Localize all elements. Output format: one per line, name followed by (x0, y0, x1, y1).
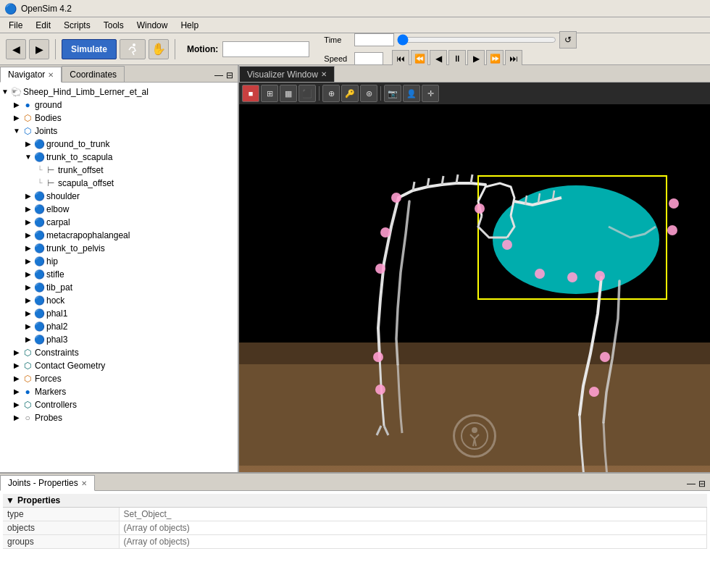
bodies-expander[interactable]: ▶ (12, 113, 22, 123)
tree-constraints[interactable]: ▶ ⬡ Constraints (0, 346, 238, 359)
section-expander[interactable]: ▼ (6, 495, 14, 505)
next-frame-button[interactable]: ⏩ (486, 50, 504, 67)
motion-input[interactable]: No Motions (222, 41, 309, 57)
restore-button[interactable]: ⊟ (226, 70, 233, 80)
tree-trunk-offset[interactable]: └ ⊢ trunk_offset (0, 164, 238, 177)
simulate-button[interactable]: Simulate (62, 39, 117, 59)
tree-probes[interactable]: ▶ ○ Probes (0, 411, 238, 424)
hand-tool-button[interactable]: ✋ (149, 39, 169, 59)
probes-expander[interactable]: ▶ (12, 413, 22, 423)
phal1-label: phal1 (46, 308, 67, 319)
viz-tab[interactable]: Visualizer Window ✕ (239, 66, 335, 82)
controllers-icon: ⬡ (22, 399, 33, 411)
constraints-expander[interactable]: ▶ (12, 348, 22, 358)
tree-shoulder[interactable]: ▶ 🔵 shoulder (0, 190, 238, 203)
tree-scapula-offset[interactable]: └ ⊢ scapula_offset (0, 177, 238, 190)
menu-window[interactable]: Window (131, 19, 174, 32)
tree-forces[interactable]: ▶ ⬡ Forces (0, 372, 238, 385)
prev-frame-button[interactable]: ◀ (430, 50, 447, 67)
runner-button[interactable] (120, 39, 146, 59)
viz-btn-table[interactable]: ▦ (280, 85, 297, 102)
gtt-expander[interactable]: ▶ (23, 139, 33, 149)
tree-hip[interactable]: ▶ 🔵 hip (0, 255, 238, 268)
viz-btn-camera[interactable]: 📷 (384, 85, 401, 102)
viz-btn-star[interactable]: ⊛ (360, 85, 377, 102)
tree-trunk-to-pelvis[interactable]: ▶ 🔵 trunk_to_pelvis (0, 242, 238, 255)
phal1-expander[interactable]: ▶ (23, 308, 33, 319)
tab-coordinates[interactable]: Coordinates (62, 66, 125, 82)
model-expander[interactable]: ▼ (0, 87, 10, 97)
tree-carpal[interactable]: ▶ 🔵 carpal (0, 216, 238, 229)
tree-ground-to-trunk[interactable]: ▶ 🔵 ground_to_trunk (0, 138, 238, 151)
minimize-button[interactable]: — (214, 70, 223, 80)
elbow-expander[interactable]: ▶ (23, 204, 33, 214)
viz-btn-axis[interactable]: ✛ (422, 85, 439, 102)
cg-expander[interactable]: ▶ (12, 361, 22, 371)
skip-start-button[interactable]: ⏮ (392, 50, 409, 67)
viz-btn-grid[interactable]: ⊞ (261, 85, 278, 102)
tree-phal2[interactable]: ▶ 🔵 phal2 (0, 320, 238, 333)
time-input[interactable]: 0.000 (354, 33, 394, 46)
speed-input[interactable]: 1 (354, 52, 383, 65)
menu-scripts[interactable]: Scripts (58, 19, 96, 32)
controllers-expander[interactable]: ▶ (12, 400, 22, 410)
tree-controllers[interactable]: ▶ ⬡ Controllers (0, 398, 238, 411)
viz-btn-zoom-in[interactable]: ⊕ (322, 85, 340, 102)
bottom-minimize-button[interactable]: — (687, 479, 696, 489)
joints-expander[interactable]: ▼ (12, 126, 22, 136)
metacrapo-expander[interactable]: ▶ (23, 230, 33, 240)
tree-phal3[interactable]: ▶ 🔵 phal3 (0, 333, 238, 346)
skip-end-button[interactable]: ⏭ (505, 50, 522, 67)
tree-tib-pat[interactable]: ▶ 🔵 tib_pat (0, 281, 238, 294)
tree-hock[interactable]: ▶ 🔵 hock (0, 294, 238, 307)
tree-markers[interactable]: ▶ ● Markers (0, 385, 238, 398)
tree-bodies[interactable]: ▶ ⬡ Bodies (0, 112, 238, 125)
viz-tab-close[interactable]: ✕ (321, 70, 327, 78)
carpal-expander[interactable]: ▶ (23, 217, 33, 227)
time-slider[interactable] (397, 35, 556, 45)
step-back-button[interactable]: ⏪ (411, 50, 428, 67)
play-button[interactable]: ▶ (467, 50, 485, 67)
viz-btn-person[interactable]: 👤 (403, 85, 420, 102)
tree-elbow[interactable]: ▶ 🔵 elbow (0, 203, 238, 216)
back-button[interactable]: ◀ (6, 39, 26, 59)
tts-expander[interactable]: ▼ (23, 152, 33, 162)
forward-button[interactable]: ▶ (29, 39, 49, 59)
tree-stifle[interactable]: ▶ 🔵 stifle (0, 268, 238, 281)
tree-joints[interactable]: ▼ ⬡ Joints (0, 125, 238, 138)
tab-navigator[interactable]: Navigator ✕ (0, 67, 62, 83)
canvas-area[interactable] (239, 104, 710, 472)
phal3-expander[interactable]: ▶ (23, 335, 33, 345)
tree-ground[interactable]: ▶ ● ground (0, 98, 238, 112)
tree-model-root[interactable]: ▼ 🐑 Sheep_Hind_Limb_Lerner_et_al (0, 85, 238, 98)
tree-metacrapo[interactable]: ▶ 🔵 metacrapophalangeal (0, 229, 238, 242)
menu-tools[interactable]: Tools (98, 19, 130, 32)
forces-expander[interactable]: ▶ (12, 374, 22, 384)
viz-btn-export[interactable]: ⬛ (298, 85, 316, 102)
menu-help[interactable]: Help (175, 19, 204, 32)
markers-expander[interactable]: ▶ (12, 387, 22, 397)
scapula-offset-icon: ⊢ (45, 177, 57, 189)
ttp-expander[interactable]: ▶ (23, 243, 33, 253)
viz-btn-paint[interactable]: ■ (242, 85, 259, 102)
bottom-restore-button[interactable]: ⊟ (698, 479, 706, 489)
viz-btn-key[interactable]: 🔑 (341, 85, 359, 102)
bottom-tab-close[interactable]: ✕ (81, 479, 87, 487)
menu-edit[interactable]: Edit (30, 19, 57, 32)
phal2-expander[interactable]: ▶ (23, 322, 33, 332)
loop-button[interactable]: ↺ (559, 31, 577, 49)
tree-trunk-to-scapula[interactable]: ▼ 🔵 trunk_to_scapula (0, 151, 238, 164)
menu-file[interactable]: File (3, 19, 28, 32)
tree-phal1[interactable]: ▶ 🔵 phal1 (0, 307, 238, 320)
hock-expander[interactable]: ▶ (23, 295, 33, 306)
ground-expander[interactable]: ▶ (12, 100, 22, 110)
pause-button[interactable]: ⏸ (448, 50, 466, 67)
tree-contact-geometry[interactable]: ▶ ⬡ Contact Geometry (0, 359, 238, 372)
stifle-expander[interactable]: ▶ (23, 269, 33, 280)
hip-expander[interactable]: ▶ (23, 256, 33, 266)
shoulder-expander[interactable]: ▶ (23, 191, 33, 201)
tib-pat-expander[interactable]: ▶ (23, 282, 33, 293)
navigator-tab-close[interactable]: ✕ (48, 71, 54, 79)
svg-point-16 (667, 225, 677, 235)
bottom-tab-joints[interactable]: Joints - Properties ✕ (0, 475, 95, 491)
